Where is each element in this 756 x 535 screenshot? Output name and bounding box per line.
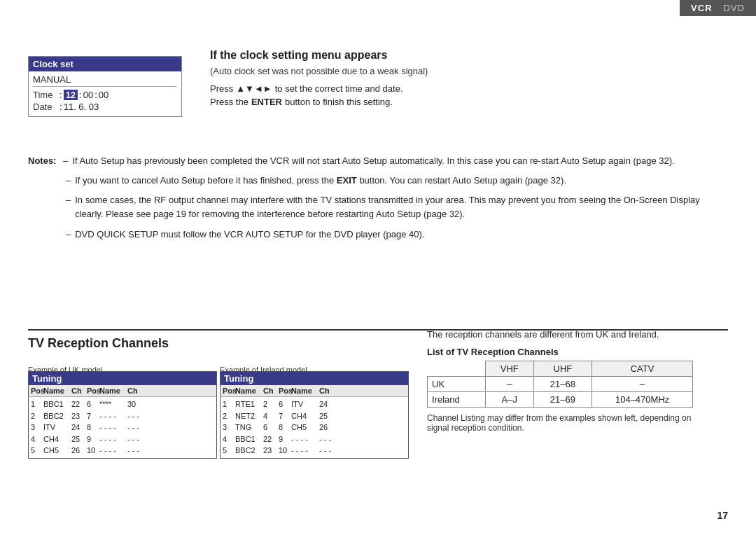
ie-col-ch2: Ch (319, 387, 335, 395)
note-item-1: Notes: – If Auto Setup has previously be… (28, 154, 728, 168)
col-ch1: Ch (71, 387, 87, 395)
uk-tuning-col-headers: Pos Name Ch Pos Name Ch (29, 385, 216, 397)
notes-content: Notes: – If Auto Setup has previously be… (28, 154, 728, 242)
dvd-label: DVD (724, 3, 745, 13)
note-dash-2: – (66, 174, 71, 188)
right-info-section: The reception channels are different fro… (427, 329, 728, 433)
note-text-4: DVD QUICK SETUP must follow the VCR AUTO… (75, 228, 424, 242)
uk-tuning-table: Tuning Pos Name Ch Pos Name Ch 1BBC1226*… (28, 371, 217, 459)
reception-table: VHFUHFCATV UK–21–68–IrelandA–J21–69104–4… (427, 361, 693, 408)
clock-setting-subtitle: (Auto clock set was not possible due to … (210, 66, 728, 76)
instruction-2-prefix: Press the (210, 97, 248, 107)
note-item-4: – DVD QUICK SETUP must follow the VCR AU… (28, 228, 728, 242)
note-dash-3: – (66, 193, 71, 221)
note-text-1: If Auto Setup has previously been comple… (72, 154, 674, 168)
instruction-2-suffix: button to finish this setting. (285, 97, 393, 107)
note-text-3: In some cases, the RF output channel may… (75, 193, 728, 221)
ireland-tuning-col-headers: Pos Name Ch Pos Name Ch (220, 385, 408, 397)
ie-col-pos1: Pos (223, 387, 235, 395)
vcr-label: VCR (691, 3, 712, 13)
clock-time-value: 12 : 00 : 00 (64, 90, 109, 100)
table-row: 3TNG68CH526 (223, 422, 406, 433)
date-label: Date (33, 102, 59, 112)
time-separator2: : (94, 90, 97, 100)
notes-bold-label: Notes: (28, 155, 56, 166)
date-value: 11. 6. 03 (64, 102, 99, 112)
time-minutes: 00 (83, 90, 93, 100)
time-separator1: : (79, 90, 82, 100)
table-row: 4BBC1229- - - -- - - (223, 433, 406, 445)
time-colon: : (59, 90, 62, 100)
note-dash-1: – (63, 155, 68, 166)
clock-box: Clock set MANUAL Time : 12 : 00 : 00 Dat… (28, 56, 182, 117)
notes-label: Notes: – (28, 154, 68, 168)
clock-box-body: MANUAL Time : 12 : 00 : 00 Date : 11. 6.… (29, 71, 181, 116)
time-label: Time (33, 90, 59, 100)
note-item-3: – In some cases, the RF output channel m… (28, 193, 728, 221)
date-colon: : (59, 102, 62, 112)
uk-tuning-rows: 1BBC1226****302BBC2237- - - -- - -3ITV24… (29, 397, 216, 458)
instruction-1: Press ▲▼◄► to set the correct time and d… (210, 83, 728, 94)
list-title: List of TV Reception Channels (427, 347, 728, 357)
table-row: 4CH4259- - - -- - - (31, 433, 214, 445)
table-row: IrelandA–J21–69104–470MHz (428, 392, 693, 408)
notes-section: Notes: – If Auto Setup has previously be… (28, 154, 728, 242)
col-pos2: Pos (87, 387, 99, 395)
ireland-tuning-header: Tuning (220, 372, 408, 385)
ie-col-name1: Name (235, 387, 263, 395)
note-item-2: – If you want to cancel Auto Setup befor… (28, 174, 728, 188)
clock-box-header: Clock set (29, 57, 181, 71)
table-row: 1BBC1226****30 (31, 398, 214, 410)
instruction-2: Press the ENTER button to finish this se… (210, 97, 728, 107)
uk-tuning-header: Tuning (29, 372, 216, 385)
col-ch2: Ch (127, 387, 143, 395)
table-row: 2NET247CH425 (223, 410, 406, 422)
table-row: 5BBC22310- - - -- - - (223, 445, 406, 457)
page-number: 17 (717, 510, 728, 521)
clock-mode: MANUAL (33, 74, 177, 87)
note-dash-4: – (66, 228, 71, 242)
instruction-1-prefix: Press (210, 83, 233, 94)
col-name2: Name (99, 387, 127, 395)
ireland-tuning-rows: 1RTE126ITV242NET247CH4253TNG68CH5264BBC1… (220, 397, 408, 458)
table-row: 5CH52610- - - -- - - (31, 445, 214, 457)
reception-note: The reception channels are different fro… (427, 329, 728, 340)
table-row: 2BBC2237- - - -- - - (31, 410, 214, 422)
time-seconds: 00 (99, 90, 108, 100)
ireland-tuning-table: Tuning Pos Name Ch Pos Name Ch 1RTE126IT… (220, 371, 409, 459)
note-text-2: If you want to cancel Auto Setup before … (75, 174, 566, 188)
instruction-1-suffix: to set the correct time and date. (275, 83, 403, 94)
time-hours: 12 (64, 90, 78, 100)
table-row: 1RTE126ITV24 (223, 398, 406, 410)
top-bar: VCR DVD (680, 0, 756, 16)
table-row: UK–21–68– (428, 377, 693, 392)
table-row: 3ITV248- - - -- - - (31, 422, 214, 433)
clock-setting-section: If the clock setting menu appears (Auto … (210, 49, 728, 110)
tuning-tables-container: Tuning Pos Name Ch Pos Name Ch 1BBC1226*… (28, 371, 420, 459)
reception-table-body: UK–21–68–IrelandA–J21–69104–470MHz (428, 377, 693, 408)
tv-reception-section: TV Reception Channels Example of UK mode… (28, 329, 728, 361)
enter-bold: ENTER (251, 97, 282, 107)
ie-col-pos2: Pos (279, 387, 291, 395)
clock-date-row: Date : 11. 6. 03 (33, 102, 177, 112)
main-content: Clock set MANUAL Time : 12 : 00 : 00 Dat… (28, 28, 728, 521)
ie-col-ch1: Ch (263, 387, 279, 395)
clock-setting-title: If the clock setting menu appears (210, 49, 728, 62)
clock-time-row: Time : 12 : 00 : 00 (33, 90, 177, 100)
arrows-icon: ▲▼◄► (236, 83, 272, 94)
col-name1: Name (43, 387, 71, 395)
reception-table-header-row: VHFUHFCATV (428, 361, 693, 377)
channel-note: Channel Listing may differ from the exam… (427, 413, 693, 433)
col-pos1: Pos (31, 387, 43, 395)
ie-col-name2: Name (291, 387, 319, 395)
